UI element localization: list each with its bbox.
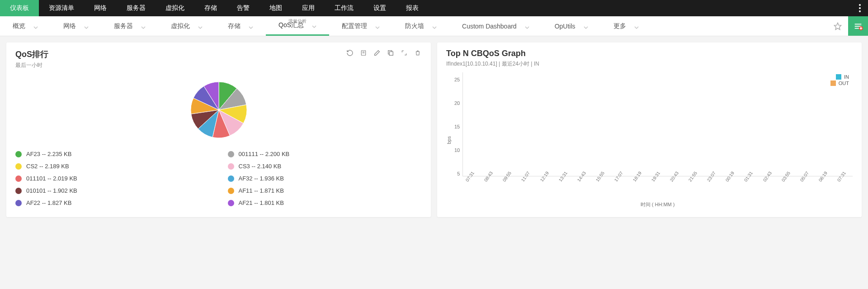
y-axis-label: bps — [446, 136, 452, 144]
legend-label: 010101 -- 1.902 KB — [26, 187, 77, 194]
legend-item[interactable]: AF21 -- 1.801 KB — [228, 199, 422, 206]
cbqos-graph-widget: Top N CBQoS Graph IfIndex1[10.10.10.41] … — [437, 43, 862, 217]
chevron-down-icon — [634, 24, 639, 28]
subnav-item[interactable]: 防火墙 — [392, 16, 449, 36]
subnav-item[interactable]: OpUtils — [542, 16, 601, 36]
legend-label: CS2 -- 2.189 KB — [26, 163, 69, 170]
legend-swatch-icon — [15, 175, 22, 182]
chevron-down-icon — [198, 24, 203, 28]
chevron-down-icon — [432, 24, 437, 28]
x-axis-ticks: 07:3108:4309:5511:0712:1913:3114:4315:55… — [462, 178, 853, 188]
chevron-down-icon — [84, 24, 89, 28]
legend-swatch-icon — [228, 163, 234, 170]
subnav-item[interactable]: 虚拟化 — [158, 16, 215, 36]
chevron-down-icon — [312, 23, 316, 28]
delete-icon[interactable] — [414, 49, 422, 57]
topnav-item[interactable]: 存储 — [194, 0, 227, 16]
legend-swatch-icon — [15, 188, 22, 194]
chevron-down-icon — [375, 24, 380, 28]
favorite-star-icon[interactable] — [827, 16, 848, 36]
chevron-down-icon — [249, 24, 253, 28]
topnav-item[interactable]: 仪表板 — [0, 0, 39, 16]
add-widget-button[interactable] — [848, 16, 868, 36]
more-menu-icon[interactable] — [852, 0, 868, 16]
pie-chart — [15, 78, 422, 142]
widget-subtitle: IfIndex1[10.10.10.41] | 最近24小时 | IN — [446, 60, 539, 68]
legend-swatch-icon — [228, 151, 234, 157]
topnav-item[interactable]: 服务器 — [117, 0, 156, 16]
widget-toolbar — [346, 49, 422, 57]
svg-marker-3 — [835, 23, 841, 29]
chevron-down-icon — [141, 24, 146, 28]
qos-ranking-widget: QoS排行 最后一小时 AF23 -- 2.235 KBCS2 -- 2.189… — [6, 43, 431, 217]
legend-label: AF32 -- 1.936 KB — [239, 175, 284, 182]
refresh-icon[interactable] — [346, 49, 354, 57]
x-axis-label: 时间 ( HH:MM ) — [462, 201, 853, 208]
edit-icon[interactable] — [373, 49, 381, 57]
legend-label: AF21 -- 1.801 KB — [239, 199, 284, 206]
legend-item[interactable]: CS3 -- 2.140 KB — [228, 163, 422, 170]
legend-item[interactable]: AF11 -- 1.871 KB — [228, 187, 422, 194]
legend-item[interactable]: AF32 -- 1.936 KB — [228, 175, 422, 182]
widget-subtitle: 最后一小时 — [15, 62, 48, 69]
topnav-item[interactable]: 资源清单 — [39, 0, 84, 16]
legend-label: 001111 -- 2.200 KB — [239, 151, 290, 157]
legend-swatch-icon — [228, 175, 234, 182]
legend-label: AF22 -- 1.827 KB — [26, 199, 71, 206]
topnav-item[interactable]: 告警 — [227, 0, 259, 16]
legend-swatch-icon — [15, 200, 22, 206]
legend-swatch-icon — [15, 151, 22, 157]
chevron-down-icon — [584, 24, 588, 28]
topnav-item[interactable]: 地图 — [259, 0, 292, 16]
topnav-item[interactable]: 报表 — [396, 0, 429, 16]
legend-item[interactable]: AF23 -- 2.235 KB — [15, 151, 210, 157]
bar-chart-plot: INOUT — [462, 72, 853, 176]
topnav-item[interactable]: 应用 — [292, 0, 325, 16]
legend-item[interactable]: AF22 -- 1.827 KB — [15, 199, 210, 206]
svg-point-0 — [859, 4, 861, 6]
legend-item[interactable]: 001111 -- 2.200 KB — [228, 151, 422, 157]
widget-title: Top N CBQoS Graph — [446, 49, 539, 58]
legend-label: AF11 -- 1.871 KB — [239, 187, 284, 194]
subnav-item[interactable]: Custom Dashboard — [449, 16, 542, 36]
svg-point-1 — [859, 7, 861, 9]
chevron-down-icon — [33, 24, 38, 28]
topnav-item[interactable]: 虚拟化 — [156, 0, 194, 16]
topnav-item[interactable]: 设置 — [363, 0, 396, 16]
legend-item[interactable]: 010101 -- 1.902 KB — [15, 187, 210, 194]
fullscreen-icon[interactable] — [400, 49, 408, 57]
export-icon[interactable] — [359, 49, 368, 57]
subnav-item[interactable]: 存储 — [215, 16, 266, 36]
copy-icon[interactable] — [387, 49, 395, 57]
legend-item[interactable]: CS2 -- 2.189 KB — [15, 163, 210, 170]
subnav-item[interactable]: 服务器 — [101, 16, 158, 36]
legend-label: AF23 -- 2.235 KB — [26, 151, 71, 157]
subnav-item[interactable]: 网络 — [51, 16, 101, 36]
top-nav: 仪表板资源清单网络服务器虚拟化存储告警地图应用工作流设置报表 — [0, 0, 868, 16]
topnav-item[interactable]: 网络 — [84, 0, 117, 16]
sub-nav: 概览网络服务器虚拟化存储流量分析QoS汇总配置管理防火墙Custom Dashb… — [0, 16, 868, 36]
subnav-item[interactable]: 配置管理 — [329, 16, 392, 36]
subnav-item[interactable]: 更多 — [601, 16, 651, 36]
widget-title: QoS排行 — [15, 49, 48, 60]
y-axis: 252015105 — [454, 77, 462, 176]
legend-swatch-icon — [15, 163, 22, 170]
legend-label: 011101 -- 2.019 KB — [26, 175, 77, 182]
legend-swatch-icon — [228, 200, 234, 206]
svg-point-2 — [859, 10, 861, 12]
dashboard: QoS排行 最后一小时 AF23 -- 2.235 KBCS2 -- 2.189… — [0, 36, 868, 223]
subnav-item[interactable]: 流量分析QoS汇总 — [266, 16, 329, 36]
legend-swatch-icon — [228, 188, 234, 194]
legend-item[interactable]: 011101 -- 2.019 KB — [15, 175, 210, 182]
topnav-item[interactable]: 工作流 — [325, 0, 363, 16]
subnav-item[interactable]: 概览 — [0, 16, 51, 36]
svg-rect-13 — [389, 52, 393, 55]
chevron-down-icon — [525, 24, 529, 28]
legend-label: CS3 -- 2.140 KB — [239, 163, 282, 170]
